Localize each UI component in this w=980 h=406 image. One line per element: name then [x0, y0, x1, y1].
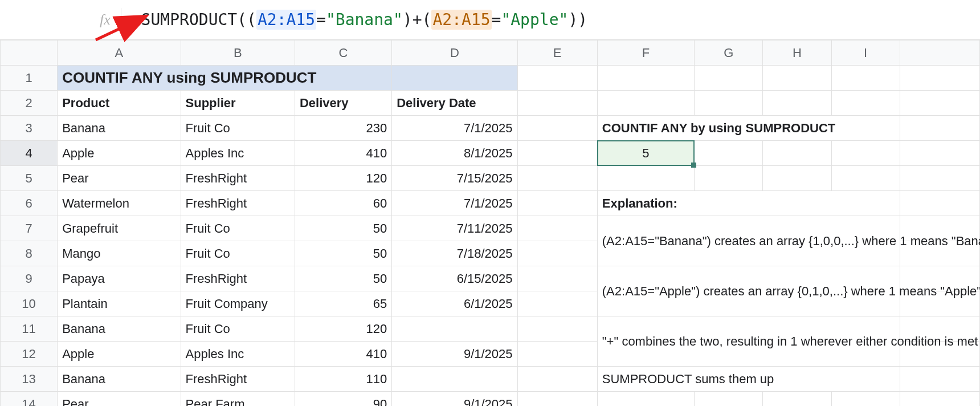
cell[interactable] [517, 241, 597, 266]
cell[interactable]: Fruit Company [181, 291, 295, 316]
cell[interactable] [900, 191, 979, 216]
cell[interactable] [831, 141, 900, 166]
cell[interactable]: FreshRight [181, 367, 295, 392]
cell[interactable]: 8/1/2025 [392, 141, 517, 166]
spreadsheet-grid[interactable]: A B C D E F G H I 1 COUNTIF ANY using SU… [0, 40, 980, 406]
cell[interactable]: 50 [295, 266, 391, 291]
cell[interactable]: 50 [295, 216, 391, 241]
cell[interactable] [517, 367, 597, 392]
col-header-I[interactable]: I [831, 40, 900, 66]
cell[interactable] [517, 166, 597, 191]
cell[interactable] [900, 66, 979, 91]
row-header[interactable]: 4 [1, 141, 58, 166]
row-header[interactable]: 14 [1, 392, 58, 407]
cell[interactable]: Banana [58, 367, 181, 392]
cell[interactable]: Papaya [58, 266, 181, 291]
cell[interactable] [831, 91, 900, 116]
cell[interactable]: Pear Farm [181, 392, 295, 407]
cell[interactable] [517, 266, 597, 291]
row-header[interactable]: 5 [1, 166, 58, 191]
cell[interactable] [517, 191, 597, 216]
cell[interactable] [900, 91, 979, 116]
cell[interactable] [517, 91, 597, 116]
cell[interactable] [597, 91, 694, 116]
cell[interactable]: 7/11/2025 [392, 216, 517, 241]
cell[interactable]: Fruit Co [181, 116, 295, 141]
cell[interactable]: 6/15/2025 [392, 266, 517, 291]
result-cell[interactable]: 5 [597, 141, 694, 166]
row-header[interactable]: 8 [1, 241, 58, 266]
col-header-A[interactable]: A [58, 40, 181, 66]
cell[interactable]: 410 [295, 141, 391, 166]
cell[interactable]: 60 [295, 191, 391, 216]
col-header-H[interactable]: H [763, 40, 831, 66]
cell[interactable]: FreshRight [181, 166, 295, 191]
row-header[interactable]: 1 [1, 66, 58, 91]
cell[interactable]: 9/1/2025 [392, 392, 517, 407]
cell[interactable]: Fruit Co [181, 241, 295, 266]
cell[interactable] [831, 66, 900, 91]
explanation-label[interactable]: Explanation: [597, 191, 900, 216]
cell[interactable]: Apples Inc [181, 141, 295, 166]
cell[interactable] [597, 392, 694, 407]
cell[interactable]: 410 [295, 342, 391, 367]
cell[interactable] [763, 91, 831, 116]
cell[interactable] [763, 166, 831, 191]
row-header[interactable]: 2 [1, 91, 58, 116]
cell[interactable]: 7/15/2025 [392, 166, 517, 191]
col-header-E[interactable]: E [517, 40, 597, 66]
cell[interactable] [517, 392, 597, 407]
cell[interactable] [517, 66, 597, 91]
cell[interactable]: 110 [295, 367, 391, 392]
row-header[interactable]: 10 [1, 291, 58, 316]
cell[interactable] [900, 367, 979, 392]
cell[interactable]: FreshRight [181, 266, 295, 291]
cell[interactable]: Fruit Co [181, 316, 295, 342]
cell[interactable]: Watermelon [58, 191, 181, 216]
cell[interactable] [517, 141, 597, 166]
header-product[interactable]: Product [58, 91, 181, 116]
cell[interactable] [763, 392, 831, 407]
cell[interactable] [763, 66, 831, 91]
selection-handle-icon[interactable] [691, 163, 696, 168]
cell[interactable] [517, 116, 597, 141]
row-header[interactable]: 12 [1, 342, 58, 367]
explanation-1[interactable]: (A2:A15="Banana") creates an array {1,0,… [597, 216, 900, 266]
cell[interactable]: Plantain [58, 291, 181, 316]
cell[interactable]: Grapefruit [58, 216, 181, 241]
cell[interactable] [597, 66, 694, 91]
cell[interactable] [517, 316, 597, 342]
cell[interactable] [695, 392, 763, 407]
cell[interactable]: 120 [295, 166, 391, 191]
header-supplier[interactable]: Supplier [181, 91, 295, 116]
cell[interactable]: 230 [295, 116, 391, 141]
cell[interactable]: 65 [295, 291, 391, 316]
cell[interactable] [597, 166, 694, 191]
row-header[interactable]: 13 [1, 367, 58, 392]
cell[interactable] [695, 66, 763, 91]
col-header-F[interactable]: F [597, 40, 694, 66]
cell[interactable]: Pear [58, 392, 181, 407]
cell[interactable] [900, 141, 979, 166]
cell[interactable] [831, 392, 900, 407]
side-heading[interactable]: COUNTIF ANY by using SUMPRODUCT [597, 116, 900, 141]
cell[interactable] [900, 392, 979, 407]
row-header[interactable]: 11 [1, 316, 58, 342]
header-delivery-date[interactable]: Delivery Date [392, 91, 517, 116]
cell[interactable]: 7/1/2025 [392, 191, 517, 216]
cell[interactable] [900, 116, 979, 141]
cell[interactable] [517, 342, 597, 367]
cell[interactable]: Pear [58, 166, 181, 191]
cell[interactable] [392, 66, 517, 91]
cell[interactable]: Banana [58, 316, 181, 342]
cell[interactable] [831, 166, 900, 191]
col-header-C[interactable]: C [295, 40, 391, 66]
cell[interactable]: 50 [295, 241, 391, 266]
cell[interactable]: Fruit Co [181, 216, 295, 241]
cell[interactable] [900, 166, 979, 191]
col-header-B[interactable]: B [181, 40, 295, 66]
cell[interactable]: Apple [58, 141, 181, 166]
corner-cell[interactable] [1, 40, 58, 66]
cell[interactable] [695, 91, 763, 116]
cell[interactable] [392, 367, 517, 392]
